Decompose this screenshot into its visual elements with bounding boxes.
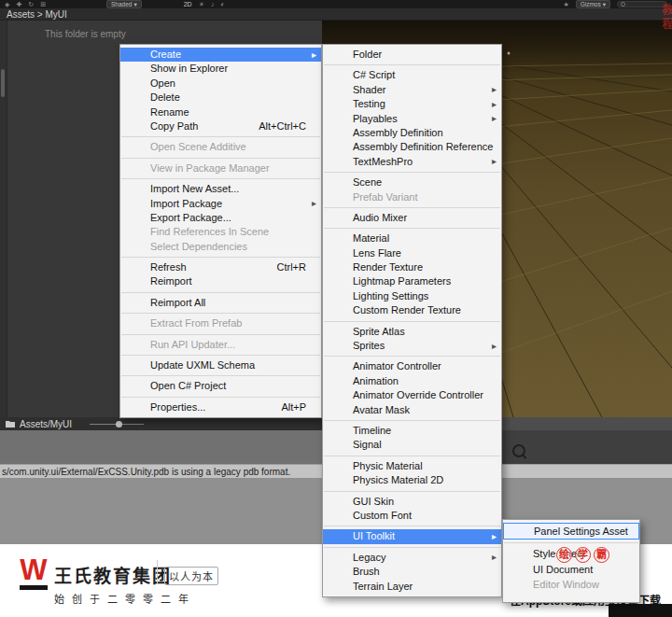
menu-item-label: Reimport — [150, 274, 192, 288]
menu-item-export-package[interactable]: Export Package... — [120, 211, 321, 225]
submenu-arrow-icon: ▸ — [492, 529, 497, 543]
scrollbar-thumb[interactable] — [1, 69, 5, 97]
assets-path-label: Assets/MyUI — [20, 419, 72, 429]
menu-item-playables[interactable]: Playables▸ — [323, 112, 501, 126]
menu-item-animator-override-controller[interactable]: Animator Override Controller — [323, 388, 501, 402]
menu-item-label: Rename — [150, 105, 189, 119]
menu-item-custom-font[interactable]: Custom Font — [323, 509, 501, 523]
scene-toolbar: ◈ ✚ ↻ ⊞ Shaded ▾ 2D ☀ ♪ ◐ ★ Gizmos ▾ — [0, 0, 672, 8]
effects-toggle-icon[interactable]: ◐ — [220, 0, 224, 8]
menu-item-refresh[interactable]: RefreshCtrl+R — [120, 260, 321, 274]
menu-item-copy-path[interactable]: Copy PathAlt+Ctrl+C — [120, 119, 321, 133]
menu-item-open-c-project[interactable]: Open C# Project — [120, 379, 321, 393]
menu-item-signal[interactable]: Signal — [323, 438, 501, 452]
menu-item-shortcut: Ctrl+R — [277, 260, 306, 274]
move-tool-icon[interactable]: ✚ — [16, 0, 21, 8]
menu-item-label: C# Script — [353, 68, 395, 82]
menu-item-label: Run API Updater... — [150, 338, 235, 352]
rotate-tool-icon[interactable]: ↻ — [28, 0, 34, 8]
menu-item-properties[interactable]: Properties...Alt+P — [120, 400, 321, 414]
menu-item-folder[interactable]: Folder — [323, 48, 501, 62]
menu-item-testing[interactable]: Testing▸ — [323, 97, 501, 111]
menu-item-c-script[interactable]: C# Script — [323, 68, 501, 82]
menu-item-label: Render Texture — [353, 260, 423, 274]
menu-item-gui-skin[interactable]: GUI Skin — [323, 495, 501, 509]
breadcrumb[interactable]: Assets > MyUI — [7, 9, 67, 20]
scale-tool-icon[interactable]: ⊞ — [40, 0, 46, 8]
menu-item-label: TextMeshPro — [353, 155, 413, 169]
menu-item-label: Physics Material 2D — [353, 473, 443, 487]
menu-item-shader[interactable]: Shader▸ — [323, 83, 501, 97]
menu-item-audio-mixer[interactable]: Audio Mixer — [323, 211, 501, 225]
menu-item-label: View in Package Manager — [150, 161, 270, 175]
menu-item-lens-flare[interactable]: Lens Flare — [323, 246, 501, 260]
menu-item-assembly-definition-reference[interactable]: Assembly Definition Reference — [323, 140, 501, 154]
menu-item-sprites[interactable]: Sprites▸ — [323, 339, 501, 353]
submenu-arrow-icon: ▸ — [312, 197, 316, 211]
menu-item-label: Playables — [353, 112, 398, 126]
menu-item-avatar-mask[interactable]: Avatar Mask — [323, 403, 501, 417]
menu-item-open[interactable]: Open — [120, 77, 321, 91]
lighting-toggle-icon[interactable]: ☀ — [199, 0, 204, 8]
menu-item-find-references-in-scene: Find References In Scene — [120, 225, 321, 239]
menu-item-panel-settings-asset[interactable]: Panel Settings Asset — [503, 523, 639, 540]
menu-separator — [121, 178, 320, 179]
menu-item-label: Open C# Project — [150, 379, 226, 393]
menu-item-import-package[interactable]: Import Package▸ — [120, 197, 321, 211]
menu-item-textmeshpro[interactable]: TextMeshPro▸ — [323, 155, 501, 169]
menu-item-label: Brush — [353, 565, 380, 579]
menu-item-delete[interactable]: Delete — [120, 91, 321, 105]
menu-item-physics-material-2d[interactable]: Physics Material 2D — [323, 473, 501, 487]
menu-item-legacy[interactable]: Legacy▸ — [323, 551, 501, 565]
favorites-star-icon[interactable]: ★ — [563, 0, 568, 8]
zoom-slider-knob[interactable] — [116, 421, 122, 428]
panel-scrollbar[interactable] — [0, 21, 7, 417]
menu-item-label: Lightmap Parameters — [353, 274, 451, 288]
menu-separator — [324, 456, 500, 456]
hand-tool-icon[interactable]: ◈ — [5, 0, 9, 8]
chevron-down-icon: ▾ — [133, 0, 136, 8]
zoom-slider[interactable] — [90, 424, 144, 425]
menu-item-label: Export Package... — [150, 211, 231, 225]
menu-item-physic-material[interactable]: Physic Material — [323, 459, 501, 473]
menu-item-lighting-settings[interactable]: Lighting Settings — [323, 289, 501, 303]
menu-item-reimport-all[interactable]: Reimport All — [120, 296, 321, 310]
menu-item-label: Terrain Layer — [353, 580, 413, 594]
menu-item-brush[interactable]: Brush — [323, 565, 501, 579]
menu-item-animation[interactable]: Animation — [323, 374, 501, 388]
gizmos-dropdown[interactable]: Gizmos ▾ — [576, 0, 610, 8]
menu-item-ui-document[interactable]: UI Document — [503, 562, 639, 578]
menu-item-label: Editor Window — [533, 577, 599, 593]
menu-item-scene[interactable]: Scene — [323, 175, 501, 189]
menu-item-import-new-asset[interactable]: Import New Asset... — [120, 182, 321, 196]
menu-item-terrain-layer[interactable]: Terrain Layer — [323, 580, 501, 594]
menu-item-custom-render-texture[interactable]: Custom Render Texture — [323, 303, 501, 317]
menu-item-lightmap-parameters[interactable]: Lightmap Parameters — [323, 274, 501, 288]
menu-item-timeline[interactable]: Timeline — [323, 424, 501, 438]
founded-year-text: 始创于二零零二年 — [54, 591, 196, 606]
company-logo: W — [16, 556, 51, 590]
menu-item-assembly-definition[interactable]: Assembly Definition — [323, 126, 501, 140]
watermark-char: 绘 — [556, 547, 572, 563]
menu-item-sprite-atlas[interactable]: Sprite Atlas — [323, 325, 501, 339]
menu-item-update-uxml-schema[interactable]: Update UXML Schema — [120, 358, 321, 372]
menu-item-animator-controller[interactable]: Animator Controller — [323, 359, 501, 373]
menu-separator — [324, 64, 500, 65]
menu-item-label: Physic Material — [353, 459, 423, 473]
menu-item-view-in-package-manager: View in Package Manager — [120, 161, 321, 175]
menu-item-ui-toolkit[interactable]: UI Toolkit▸ — [323, 529, 501, 543]
menu-item-create[interactable]: Create▸ — [120, 48, 321, 62]
shading-mode-dropdown[interactable]: Shaded ▾ — [106, 0, 142, 8]
menu-item-label: Custom Render Texture — [353, 303, 461, 317]
menu-item-open-scene-additive: Open Scene Additive — [120, 140, 321, 154]
menu-item-rename[interactable]: Rename — [120, 105, 321, 119]
search-icon[interactable] — [512, 444, 525, 457]
menu-item-material[interactable]: Material — [323, 231, 501, 245]
menu-item-label: Folder — [353, 48, 382, 62]
menu-item-render-texture[interactable]: Render Texture — [323, 260, 501, 274]
toggle-2d-button[interactable]: 2D — [184, 0, 192, 8]
submenu-arrow-icon: ▸ — [312, 48, 316, 62]
menu-item-reimport[interactable]: Reimport — [120, 274, 321, 288]
audio-toggle-icon[interactable]: ♪ — [211, 0, 215, 8]
menu-item-show-in-explorer[interactable]: Show in Explorer — [120, 62, 321, 76]
